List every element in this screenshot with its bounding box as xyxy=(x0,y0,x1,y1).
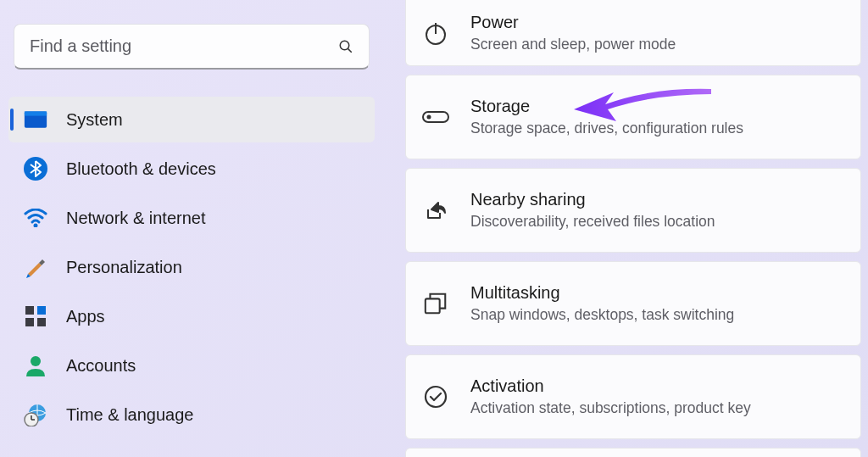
power-icon xyxy=(421,19,450,47)
apps-icon xyxy=(24,304,47,328)
card-subtitle: Activation state, subscriptions, product… xyxy=(470,399,751,417)
sidebar-item-label: Time & language xyxy=(66,405,193,425)
multitasking-icon xyxy=(421,289,450,318)
card-title: Storage xyxy=(470,97,743,116)
card-storage[interactable]: Storage Storage space, drives, configura… xyxy=(405,75,861,159)
card-text: Multitasking Snap windows, desktops, tas… xyxy=(470,283,734,324)
sidebar-item-label: Accounts xyxy=(66,356,136,376)
svg-rect-9 xyxy=(37,318,46,326)
svg-rect-19 xyxy=(426,298,440,313)
card-partial[interactable] xyxy=(405,448,861,457)
svg-rect-3 xyxy=(25,111,47,115)
card-multitasking[interactable]: Multitasking Snap windows, desktops, tas… xyxy=(405,261,861,346)
card-title: Activation xyxy=(470,376,751,396)
search-input-container[interactable] xyxy=(14,24,370,70)
sidebar-item-label: Bluetooth & devices xyxy=(66,159,216,179)
card-title: Nearby sharing xyxy=(470,190,715,209)
accounts-icon xyxy=(24,354,47,377)
card-text: Storage Storage space, drives, configura… xyxy=(470,97,743,137)
sidebar-item-label: Personalization xyxy=(66,258,182,277)
sidebar-item-system[interactable]: System xyxy=(8,97,375,142)
nearby-sharing-icon xyxy=(421,196,450,225)
svg-line-1 xyxy=(348,48,352,52)
card-title: Power xyxy=(470,13,676,32)
sidebar-item-accounts[interactable]: Accounts xyxy=(8,343,375,388)
card-power[interactable]: Power Screen and sleep, power mode xyxy=(405,0,861,66)
card-subtitle: Screen and sleep, power mode xyxy=(470,36,676,53)
card-text: Power Screen and sleep, power mode xyxy=(470,13,676,53)
sidebar-item-label: Network & internet xyxy=(66,209,206,228)
svg-point-20 xyxy=(426,387,446,407)
card-subtitle: Storage space, drives, configuration rul… xyxy=(470,120,743,137)
svg-point-5 xyxy=(34,224,38,228)
card-nearby-sharing[interactable]: Nearby sharing Discoverability, received… xyxy=(405,168,861,253)
sidebar-item-network[interactable]: Network & internet xyxy=(8,195,375,241)
search-icon xyxy=(338,39,353,54)
personalization-icon xyxy=(24,255,47,279)
sidebar-item-apps[interactable]: Apps xyxy=(8,293,375,339)
svg-rect-8 xyxy=(25,318,34,326)
svg-rect-6 xyxy=(25,306,34,315)
sidebar-item-bluetooth[interactable]: Bluetooth & devices xyxy=(8,146,375,192)
main-content: Power Screen and sleep, power mode Stora… xyxy=(390,0,868,457)
sidebar-item-label: Apps xyxy=(66,307,105,326)
sidebar-item-label: System xyxy=(66,110,123,130)
svg-rect-7 xyxy=(37,306,46,315)
system-icon xyxy=(24,108,47,131)
sidebar-item-personalization[interactable]: Personalization xyxy=(8,244,375,290)
card-text: Activation Activation state, subscriptio… xyxy=(470,376,751,417)
sidebar: System Bluetooth & devices Network & xyxy=(0,0,390,457)
card-subtitle: Snap windows, desktops, task switching xyxy=(470,306,734,324)
card-title: Multitasking xyxy=(470,283,734,303)
card-activation[interactable]: Activation Activation state, subscriptio… xyxy=(405,354,861,439)
sidebar-item-time-language[interactable]: Time & language xyxy=(8,392,375,437)
search-input[interactable] xyxy=(30,36,338,56)
svg-point-0 xyxy=(340,41,349,50)
card-text: Nearby sharing Discoverability, received… xyxy=(470,190,715,231)
card-subtitle: Discoverability, received files location xyxy=(470,213,715,231)
svg-point-10 xyxy=(31,356,41,366)
svg-point-18 xyxy=(428,116,431,119)
storage-icon xyxy=(421,103,450,131)
activation-icon xyxy=(421,382,450,411)
network-icon xyxy=(24,206,47,230)
bluetooth-icon xyxy=(24,157,47,181)
nav-list: System Bluetooth & devices Network & xyxy=(8,97,375,437)
time-language-icon xyxy=(24,403,47,426)
